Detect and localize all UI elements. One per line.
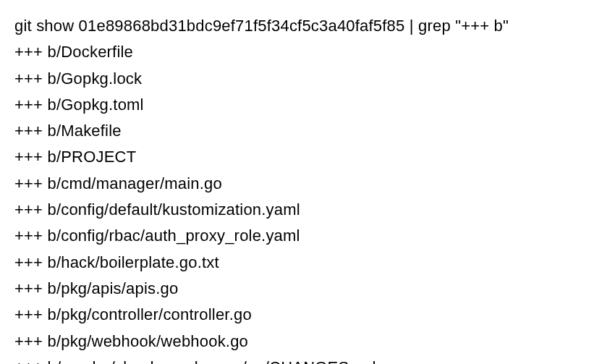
output-line: +++ b/vendor/cloud.google.com/go/CHANGES… [14,355,601,364]
command-line: git show 01e89868bd31bdc9ef71f5f34cf5c3a… [14,13,601,39]
output-line: +++ b/Gopkg.toml [14,92,601,118]
output-line: +++ b/pkg/apis/apis.go [14,276,601,302]
output-line: +++ b/config/default/kustomization.yaml [14,197,601,223]
output-line: +++ b/Makefile [14,118,601,144]
output-line: +++ b/config/rbac/auth_proxy_role.yaml [14,223,601,249]
command-text: git show 01e89868bd31bdc9ef71f5f34cf5c3a… [14,13,503,39]
output-line: +++ b/pkg/webhook/webhook.go [14,329,601,355]
output-line: +++ b/hack/boilerplate.go.txt [14,250,601,276]
output-line: +++ b/cmd/manager/main.go [14,171,601,197]
output-line: +++ b/PROJECT [14,144,601,170]
command-trailing-quote: " [503,13,509,39]
output-line: +++ b/pkg/controller/controller.go [14,302,601,328]
output-line: +++ b/Dockerfile [14,39,601,65]
terminal-output: git show 01e89868bd31bdc9ef71f5f34cf5c3a… [14,13,601,364]
output-line: +++ b/Gopkg.lock [14,66,601,92]
